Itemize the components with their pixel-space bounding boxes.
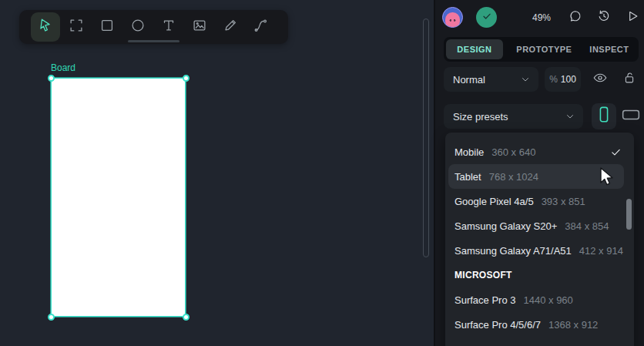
menu-scrollbar-thumb[interactable] [626,199,632,230]
history-icon [596,8,612,27]
toolbar-drag-handle[interactable] [128,40,179,42]
saved-check-icon [481,10,493,25]
panel-tabs: DESIGN PROTOTYPE INSPECT [444,37,639,62]
board-name-label[interactable]: Board [51,62,75,73]
eye-icon [592,69,609,89]
orientation-portrait-button[interactable] [592,103,616,129]
preset-option-remarkable[interactable]: ReMarkable [445,337,634,346]
preset-option-surface-pro-3[interactable]: Surface Pro 3 1440 x 960 [445,287,634,312]
play-button[interactable] [624,9,641,26]
preset-option-tablet[interactable]: Tablet 768 x 1024 [448,164,624,189]
saved-status-button[interactable] [476,7,497,28]
board-artboard[interactable] [51,78,186,317]
canvas-viewport[interactable]: Board [0,0,434,346]
tab-inspect[interactable]: INSPECT [582,39,636,59]
canvas-vertical-scrollbar[interactable] [423,18,429,257]
resize-handle-top-left[interactable] [48,75,55,82]
ellipse-tool-icon [129,17,146,37]
pencil-tool-icon [222,17,239,37]
blend-mode-select[interactable]: Normal [444,67,538,92]
preset-option-pixel[interactable]: Google Pixel 4a/5 393 x 851 [445,189,634,213]
pointer-tool-icon [37,17,54,37]
play-icon [625,8,640,27]
chevron-down-icon [565,111,575,122]
resize-handle-bottom-right[interactable] [183,314,190,321]
text-tool-icon [160,17,177,37]
ellipse-tool-button[interactable] [123,12,153,42]
resize-handle-top-right[interactable] [183,75,190,82]
text-tool-button[interactable] [154,12,183,42]
board-tool-button[interactable] [62,12,91,42]
penpot-app: Board 49% DESIGN PROTOTYPE INSPECT Norma [0,0,644,346]
preset-option-galaxy-a71[interactable]: Samsung Galaxy A71/A51 412 x 914 [445,238,634,263]
path-tool-button[interactable] [247,12,276,42]
lock-toggle[interactable] [620,70,639,89]
percent-sign: % [549,74,558,85]
tool-toolbar [19,10,288,44]
chevron-down-icon [520,74,531,85]
phone-portrait-icon [595,105,612,128]
zoom-level[interactable]: 49% [524,12,559,23]
rectangle-tool-icon [99,17,116,37]
preset-option-mobile[interactable]: Mobile 360 x 640 [445,139,634,164]
opacity-value: 100 [561,74,576,85]
orientation-landscape-button[interactable] [620,107,642,126]
preset-option-surface-pro-4567[interactable]: Surface Pro 4/5/6/7 1368 x 912 [445,312,634,337]
preset-section-microsoft: MICROSOFT [445,263,634,287]
preset-option-galaxy-s20[interactable]: Samsung Galaxy S20+ 384 x 854 [445,213,634,238]
size-presets-select[interactable]: Size presets [444,104,583,129]
opacity-input[interactable]: % 100 [545,67,581,92]
blend-mode-value: Normal [453,74,485,86]
check-icon [610,146,622,158]
pencil-tool-button[interactable] [216,12,245,42]
comments-button[interactable] [567,9,584,26]
avatar[interactable] [442,7,463,28]
visibility-toggle[interactable] [591,70,609,89]
resize-handle-bottom-left[interactable] [48,314,55,321]
pointer-tool-button[interactable] [31,12,60,42]
tab-prototype[interactable]: PROTOTYPE [509,39,579,59]
unlock-icon [622,70,637,89]
board-tool-icon [68,17,85,37]
comments-icon [568,8,583,27]
size-presets-label: Size presets [453,111,508,123]
phone-landscape-icon [621,108,641,125]
tab-design[interactable]: DESIGN [446,39,503,59]
image-tool-icon [191,17,208,37]
image-tool-button[interactable] [185,12,214,42]
size-presets-menu: Mobile 360 x 640 Tablet 768 x 1024 Googl… [445,133,634,346]
history-button[interactable] [595,9,612,26]
rectangle-tool-button[interactable] [92,12,122,42]
path-tool-icon [253,17,270,37]
